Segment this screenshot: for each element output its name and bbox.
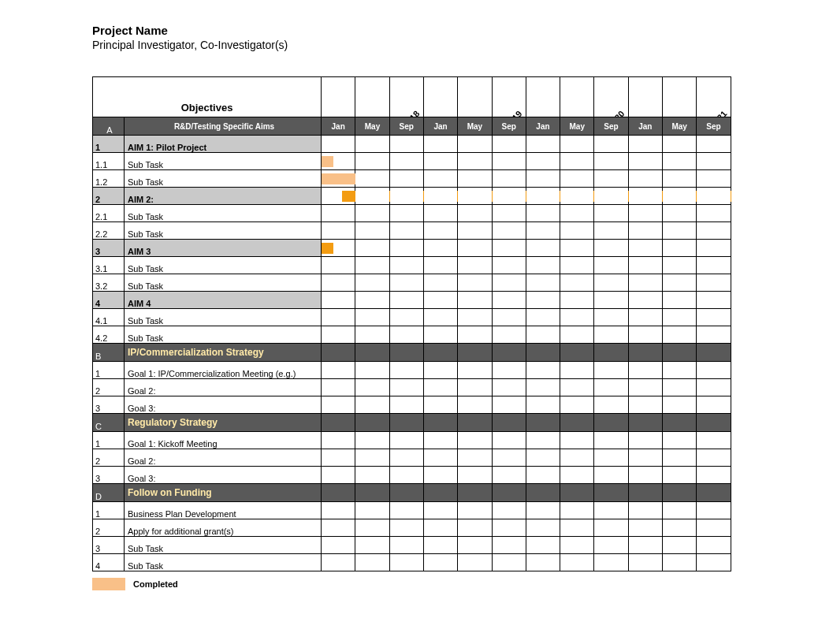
gantt-cell xyxy=(697,153,731,170)
row-id: 2 xyxy=(93,188,125,205)
section-spacer xyxy=(423,484,457,502)
gantt-cell xyxy=(560,153,594,170)
month-header: May xyxy=(662,117,696,136)
gantt-cell xyxy=(662,467,696,484)
section-spacer xyxy=(697,414,731,432)
row-label: Apply for additional grant(s) xyxy=(125,519,322,537)
gantt-cell xyxy=(662,205,696,222)
gantt-cell xyxy=(322,188,355,205)
gantt-cell xyxy=(594,170,628,188)
gantt-cell xyxy=(458,502,492,519)
section-header: BIP/Commercialization Strategy xyxy=(93,344,731,362)
gantt-cell xyxy=(560,222,594,240)
row-label: Goal 1: Kickoff Meeting xyxy=(125,432,322,449)
gantt-cell xyxy=(355,257,389,274)
row-id: 1.1 xyxy=(93,153,125,170)
row-label: AIM 2: xyxy=(125,188,322,205)
gantt-cell xyxy=(423,519,457,537)
row-id: 2 xyxy=(93,379,125,396)
gantt-cell xyxy=(492,205,526,222)
gantt-cell xyxy=(594,274,628,292)
gantt-cell xyxy=(389,326,423,344)
gantt-cell xyxy=(458,432,492,449)
row-label: Sub Task xyxy=(125,326,322,344)
gantt-cell xyxy=(492,153,526,170)
row-label: Sub Task xyxy=(125,309,322,326)
gantt-cell xyxy=(526,292,560,309)
gantt-cell xyxy=(526,309,560,326)
row-id: 1.2 xyxy=(93,170,125,188)
month-header: Jan xyxy=(526,117,560,136)
gantt-cell xyxy=(662,222,696,240)
table-row: 1AIM 1: Pilot Project xyxy=(93,136,731,153)
gantt-bar xyxy=(322,243,333,254)
section-spacer xyxy=(662,414,696,432)
gantt-cell xyxy=(662,153,696,170)
table-row: 2Goal 2: xyxy=(93,449,731,467)
gantt-cell xyxy=(423,257,457,274)
gantt-cell xyxy=(389,136,423,153)
gantt-cell xyxy=(423,188,457,205)
section-spacer xyxy=(322,484,355,502)
gantt-cell xyxy=(355,537,389,554)
gantt-cell xyxy=(526,396,560,414)
gantt-cell xyxy=(423,554,457,571)
month-header: Jan xyxy=(322,117,355,136)
gantt-cell xyxy=(355,222,389,240)
gantt-cell xyxy=(492,519,526,537)
month-header: Jan xyxy=(423,117,457,136)
section-spacer xyxy=(628,344,662,362)
gantt-cell xyxy=(322,222,355,240)
section-spacer xyxy=(492,344,526,362)
gantt-cell xyxy=(492,362,526,379)
gantt-cell xyxy=(389,379,423,396)
gantt-cell xyxy=(628,188,662,205)
section-header: CRegulatory Strategy xyxy=(93,414,731,432)
section-spacer xyxy=(594,414,628,432)
gantt-cell xyxy=(526,326,560,344)
gantt-cell xyxy=(389,170,423,188)
gantt-cell xyxy=(458,519,492,537)
gantt-cell xyxy=(662,502,696,519)
gantt-cell xyxy=(697,222,731,240)
gantt-cell xyxy=(697,188,731,205)
table-row: 3Sub Task xyxy=(93,537,731,554)
gantt-cell xyxy=(628,240,662,257)
gantt-cell xyxy=(526,502,560,519)
gantt-cell xyxy=(423,292,457,309)
gantt-cell xyxy=(560,396,594,414)
section-spacer xyxy=(492,484,526,502)
gantt-cell xyxy=(322,396,355,414)
gantt-cell xyxy=(594,326,628,344)
gantt-cell xyxy=(458,467,492,484)
gantt-cell xyxy=(560,205,594,222)
gantt-cell xyxy=(492,222,526,240)
gantt-cell xyxy=(526,170,560,188)
gantt-cell xyxy=(389,502,423,519)
section-id: A xyxy=(93,117,125,136)
gantt-cell xyxy=(697,554,731,571)
row-label: AIM 1: Pilot Project xyxy=(125,136,322,153)
gantt-cell xyxy=(628,309,662,326)
section-title: Follow on Funding xyxy=(125,484,322,502)
row-id: 1 xyxy=(93,362,125,379)
gantt-cell xyxy=(322,449,355,467)
row-id: 2.2 xyxy=(93,222,125,240)
month-header: Jan xyxy=(628,117,662,136)
row-label: Sub Task xyxy=(125,222,322,240)
gantt-cell xyxy=(628,257,662,274)
gantt-cell xyxy=(662,537,696,554)
section-spacer xyxy=(594,484,628,502)
gantt-cell xyxy=(662,326,696,344)
section-spacer xyxy=(458,484,492,502)
gantt-cell xyxy=(628,502,662,519)
gantt-cell xyxy=(594,222,628,240)
gantt-cell xyxy=(560,292,594,309)
section-spacer xyxy=(526,484,560,502)
gantt-cell xyxy=(526,153,560,170)
gantt-cell xyxy=(322,309,355,326)
row-label: Goal 2: xyxy=(125,379,322,396)
gantt-cell xyxy=(594,449,628,467)
table-row: 2Goal 2: xyxy=(93,379,731,396)
row-id: 1 xyxy=(93,432,125,449)
